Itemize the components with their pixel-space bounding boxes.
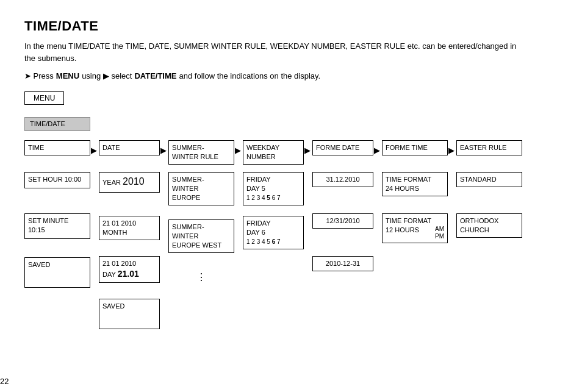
year-node: YEAR 2010	[99, 172, 160, 193]
date-label: DATE	[102, 144, 120, 151]
weekday-node: WEEKDAYNUMBER	[243, 140, 304, 165]
select-keyword: DATE/TIME	[134, 71, 176, 80]
forme-date-1: 31.12.2010	[326, 176, 359, 183]
forme-date-node: FORME DATE	[312, 140, 373, 155]
year-value: 2010	[123, 176, 145, 187]
sw-rule-node: SUMMER-WINTER RULE	[168, 140, 234, 165]
forme-date-3: 2010-12-31	[326, 260, 360, 267]
diagram-area: TIME/DATE TIME ▶ DATE ▶ SUMMER-WINTER RU…	[24, 117, 582, 373]
easter-rule-node: EASTER RULE	[456, 140, 522, 155]
fri5-nums: 1 2 3 4 5 6 7	[246, 194, 281, 201]
set-minute-node: SET MINUTE 10:15	[24, 213, 90, 239]
time-node: TIME	[24, 140, 90, 155]
forme-date-2-node: 12/31/2010	[312, 213, 373, 229]
forme-date-2: 12/31/2010	[326, 217, 359, 224]
forme-date-3-node: 2010-12-31	[312, 256, 373, 271]
forme-time-node: FORME TIME	[382, 140, 448, 155]
set-minute-label: SET MINUTE	[28, 217, 68, 224]
saved-time-node: SAVED	[24, 257, 90, 288]
arrow-date-sw: ▶	[160, 146, 166, 155]
arrow-weekday-formedate: ▶	[304, 146, 310, 155]
date-day-node: 21 01 2010DAY 21.01	[99, 256, 160, 283]
set-hour-value: 10:00	[65, 176, 82, 183]
saved-time-label: SAVED	[28, 261, 50, 268]
set-hour-node: SET HOUR 10:00	[24, 172, 90, 188]
arrow-formedate-formetime: ▶	[374, 146, 379, 155]
friday-day5-node: FRIDAYDAY 5 1 2 3 4 5 6 7	[243, 172, 304, 205]
friday-day6-node: FRIDAYDAY 6 1 2 3 4 5 6 7	[243, 216, 304, 249]
menu-keyword: MENU	[56, 71, 79, 80]
year-label: YEAR	[102, 179, 121, 186]
fri6-nums: 1 2 3 4 5 6 7	[246, 238, 281, 245]
timedate-label: TIME/DATE	[30, 120, 65, 127]
date-month-node: 21 01 2010MONTH	[99, 216, 160, 240]
forme-date-1-node: 31.12.2010	[312, 172, 373, 187]
arrow-sw-weekday: ▶	[235, 146, 240, 155]
ampm: AMPM	[435, 226, 444, 240]
day-value: 21.01	[118, 269, 139, 279]
sw-europe-node: SUMMER-WINTEREUROPE	[168, 172, 234, 205]
time-format-12-node: TIME FORMAT12 HOURS AMPM	[382, 213, 448, 243]
instruction-suffix: and follow the indications on the displa…	[179, 71, 320, 80]
instruction-line: ➤ Press MENU using ▶ select DATE/TIME an…	[24, 71, 558, 80]
time-format-24-node: TIME FORMAT24 HOURS	[382, 172, 448, 196]
page-title: TIME/DATE	[24, 18, 558, 34]
standard-label: STANDARD	[460, 176, 497, 183]
orthodox-node: ORTHODOXCHURCH	[456, 213, 522, 238]
more-dots-node: ⋮	[168, 268, 234, 287]
sw-europe-west-node: SUMMER-WINTEREUROPE WEST	[168, 219, 234, 253]
set-minute-value: 10:15	[28, 226, 45, 233]
time-label: TIME	[28, 144, 44, 151]
menu-button[interactable]: MENU	[24, 91, 64, 105]
arrow-formetime-easter: ▶	[448, 146, 454, 155]
timedate-header: TIME/DATE	[24, 117, 90, 131]
set-hour-label: SET HOUR	[28, 176, 63, 183]
instruction-middle: using ▶ select	[82, 71, 132, 80]
arrow-time-date: ▶	[91, 146, 96, 155]
standard-node: STANDARD	[456, 172, 522, 187]
intro-text: In the menu TIME/DATE the TIME, DATE, SU…	[24, 40, 525, 64]
saved-date-label: SAVED	[102, 302, 124, 310]
saved-date-node: SAVED	[99, 299, 160, 329]
date-node: DATE	[99, 140, 160, 155]
instruction-prefix: ➤ Press	[24, 71, 54, 80]
page-number: 22	[0, 377, 9, 386]
